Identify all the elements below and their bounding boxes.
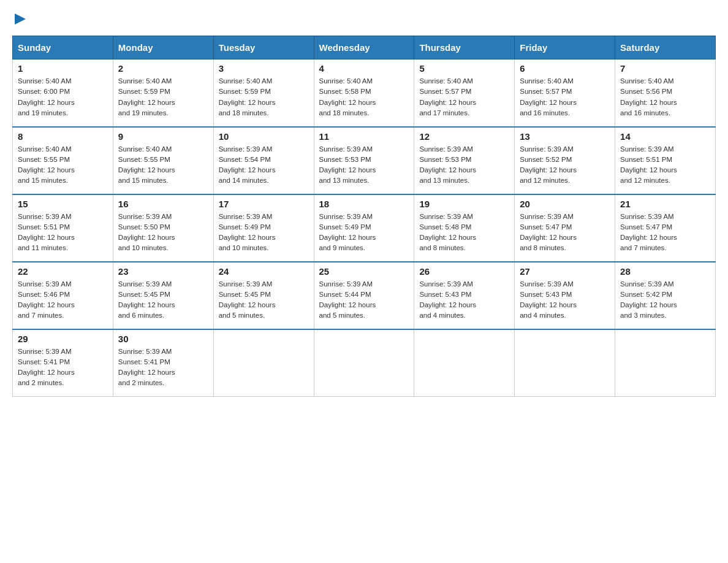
day-info: Sunrise: 5:39 AMSunset: 5:49 PMDaylight:…: [219, 212, 309, 254]
calendar-cell: 10Sunrise: 5:39 AMSunset: 5:54 PMDayligh…: [213, 127, 314, 194]
day-info: Sunrise: 5:39 AMSunset: 5:52 PMDaylight:…: [520, 144, 610, 186]
week-row-4: 22Sunrise: 5:39 AMSunset: 5:46 PMDayligh…: [13, 262, 716, 329]
day-header-tuesday: Tuesday: [213, 36, 314, 59]
day-number: 27: [520, 266, 610, 277]
calendar-cell: [213, 329, 314, 397]
day-number: 10: [219, 131, 309, 142]
week-row-3: 15Sunrise: 5:39 AMSunset: 5:51 PMDayligh…: [13, 194, 716, 262]
calendar-cell: 15Sunrise: 5:39 AMSunset: 5:51 PMDayligh…: [13, 194, 113, 262]
day-header-thursday: Thursday: [414, 36, 515, 59]
calendar-cell: 5Sunrise: 5:40 AMSunset: 5:57 PMDaylight…: [414, 59, 515, 127]
day-number: 15: [18, 199, 108, 209]
page-header: [12, 12, 716, 26]
day-number: 2: [118, 63, 208, 74]
calendar-table: SundayMondayTuesdayWednesdayThursdayFrid…: [12, 36, 716, 397]
week-row-1: 1Sunrise: 5:40 AMSunset: 6:00 PMDaylight…: [13, 59, 716, 127]
calendar-cell: 27Sunrise: 5:39 AMSunset: 5:43 PMDayligh…: [515, 262, 615, 329]
day-number: 14: [620, 131, 710, 142]
day-info: Sunrise: 5:40 AMSunset: 5:55 PMDaylight:…: [118, 144, 208, 186]
calendar-cell: 23Sunrise: 5:39 AMSunset: 5:45 PMDayligh…: [113, 262, 213, 329]
day-info: Sunrise: 5:40 AMSunset: 5:59 PMDaylight:…: [219, 76, 309, 118]
calendar-cell: 18Sunrise: 5:39 AMSunset: 5:49 PMDayligh…: [314, 194, 414, 262]
calendar-cell: 21Sunrise: 5:39 AMSunset: 5:47 PMDayligh…: [615, 194, 716, 262]
calendar-cell: 4Sunrise: 5:40 AMSunset: 5:58 PMDaylight…: [314, 59, 414, 127]
calendar-cell: 14Sunrise: 5:39 AMSunset: 5:51 PMDayligh…: [615, 127, 716, 194]
calendar-cell: 26Sunrise: 5:39 AMSunset: 5:43 PMDayligh…: [414, 262, 515, 329]
calendar-cell: 16Sunrise: 5:39 AMSunset: 5:50 PMDayligh…: [113, 194, 213, 262]
week-row-5: 29Sunrise: 5:39 AMSunset: 5:41 PMDayligh…: [13, 329, 716, 397]
day-info: Sunrise: 5:40 AMSunset: 5:55 PMDaylight:…: [18, 144, 108, 186]
logo-triangle-icon: [13, 12, 27, 26]
day-number: 21: [620, 199, 710, 209]
day-info: Sunrise: 5:39 AMSunset: 5:45 PMDaylight:…: [219, 279, 309, 321]
day-info: Sunrise: 5:39 AMSunset: 5:41 PMDaylight:…: [118, 347, 208, 389]
day-info: Sunrise: 5:39 AMSunset: 5:51 PMDaylight:…: [620, 144, 710, 186]
calendar-cell: 9Sunrise: 5:40 AMSunset: 5:55 PMDaylight…: [113, 127, 213, 194]
calendar-cell: 3Sunrise: 5:40 AMSunset: 5:59 PMDaylight…: [213, 59, 314, 127]
day-info: Sunrise: 5:40 AMSunset: 5:57 PMDaylight:…: [520, 76, 610, 118]
day-number: 19: [419, 199, 509, 209]
day-number: 11: [319, 131, 409, 142]
calendar-cell: 1Sunrise: 5:40 AMSunset: 6:00 PMDaylight…: [13, 59, 113, 127]
day-info: Sunrise: 5:39 AMSunset: 5:54 PMDaylight:…: [219, 144, 309, 186]
day-number: 28: [620, 266, 710, 277]
day-info: Sunrise: 5:39 AMSunset: 5:48 PMDaylight:…: [419, 212, 509, 254]
day-number: 12: [419, 131, 509, 142]
day-info: Sunrise: 5:39 AMSunset: 5:47 PMDaylight:…: [620, 212, 710, 254]
calendar-cell: 30Sunrise: 5:39 AMSunset: 5:41 PMDayligh…: [113, 329, 213, 397]
day-info: Sunrise: 5:39 AMSunset: 5:43 PMDaylight:…: [520, 279, 610, 321]
day-number: 9: [118, 131, 208, 142]
calendar-cell: 19Sunrise: 5:39 AMSunset: 5:48 PMDayligh…: [414, 194, 515, 262]
calendar-cell: 8Sunrise: 5:40 AMSunset: 5:55 PMDaylight…: [13, 127, 113, 194]
day-number: 5: [419, 63, 509, 74]
calendar-cell: 12Sunrise: 5:39 AMSunset: 5:53 PMDayligh…: [414, 127, 515, 194]
day-info: Sunrise: 5:40 AMSunset: 5:58 PMDaylight:…: [319, 76, 409, 118]
day-number: 18: [319, 199, 409, 209]
day-number: 25: [319, 266, 409, 277]
day-info: Sunrise: 5:40 AMSunset: 6:00 PMDaylight:…: [18, 76, 108, 118]
day-info: Sunrise: 5:39 AMSunset: 5:47 PMDaylight:…: [520, 212, 610, 254]
calendar-cell: [314, 329, 414, 397]
day-header-monday: Monday: [113, 36, 213, 59]
day-number: 8: [18, 131, 108, 142]
day-number: 20: [520, 199, 610, 209]
day-info: Sunrise: 5:39 AMSunset: 5:43 PMDaylight:…: [419, 279, 509, 321]
day-number: 16: [118, 199, 208, 209]
calendar-cell: 20Sunrise: 5:39 AMSunset: 5:47 PMDayligh…: [515, 194, 615, 262]
day-number: 30: [118, 334, 208, 344]
day-number: 7: [620, 63, 710, 74]
day-info: Sunrise: 5:39 AMSunset: 5:53 PMDaylight:…: [319, 144, 409, 186]
day-number: 23: [118, 266, 208, 277]
calendar-cell: [515, 329, 615, 397]
day-number: 17: [219, 199, 309, 209]
day-info: Sunrise: 5:39 AMSunset: 5:42 PMDaylight:…: [620, 279, 710, 321]
calendar-cell: 28Sunrise: 5:39 AMSunset: 5:42 PMDayligh…: [615, 262, 716, 329]
calendar-cell: 11Sunrise: 5:39 AMSunset: 5:53 PMDayligh…: [314, 127, 414, 194]
day-info: Sunrise: 5:39 AMSunset: 5:45 PMDaylight:…: [118, 279, 208, 321]
calendar-cell: 7Sunrise: 5:40 AMSunset: 5:56 PMDaylight…: [615, 59, 716, 127]
day-header-saturday: Saturday: [615, 36, 716, 59]
day-info: Sunrise: 5:39 AMSunset: 5:44 PMDaylight:…: [319, 279, 409, 321]
day-number: 24: [219, 266, 309, 277]
week-row-2: 8Sunrise: 5:40 AMSunset: 5:55 PMDaylight…: [13, 127, 716, 194]
calendar-cell: [615, 329, 716, 397]
calendar-cell: 25Sunrise: 5:39 AMSunset: 5:44 PMDayligh…: [314, 262, 414, 329]
day-info: Sunrise: 5:40 AMSunset: 5:59 PMDaylight:…: [118, 76, 208, 118]
day-number: 1: [18, 63, 108, 74]
calendar-cell: 24Sunrise: 5:39 AMSunset: 5:45 PMDayligh…: [213, 262, 314, 329]
day-number: 6: [520, 63, 610, 74]
day-header-wednesday: Wednesday: [314, 36, 414, 59]
svg-marker-0: [15, 13, 26, 25]
day-number: 26: [419, 266, 509, 277]
day-info: Sunrise: 5:39 AMSunset: 5:51 PMDaylight:…: [18, 212, 108, 254]
calendar-cell: 22Sunrise: 5:39 AMSunset: 5:46 PMDayligh…: [13, 262, 113, 329]
day-info: Sunrise: 5:39 AMSunset: 5:41 PMDaylight:…: [18, 347, 108, 389]
day-number: 13: [520, 131, 610, 142]
calendar-cell: 29Sunrise: 5:39 AMSunset: 5:41 PMDayligh…: [13, 329, 113, 397]
day-number: 4: [319, 63, 409, 74]
calendar-cell: [414, 329, 515, 397]
day-info: Sunrise: 5:39 AMSunset: 5:50 PMDaylight:…: [118, 212, 208, 254]
day-info: Sunrise: 5:40 AMSunset: 5:56 PMDaylight:…: [620, 76, 710, 118]
day-number: 3: [219, 63, 309, 74]
day-headers-row: SundayMondayTuesdayWednesdayThursdayFrid…: [13, 36, 716, 59]
